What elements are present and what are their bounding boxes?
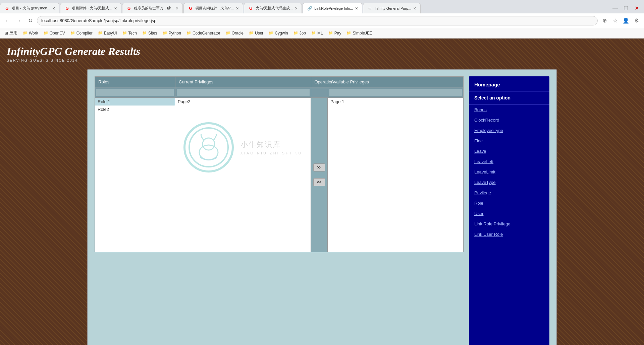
sidebar-item-leave[interactable]: Leave: [469, 146, 549, 156]
list-item[interactable]: Page2: [175, 98, 311, 106]
forward-button[interactable]: →: [14, 16, 23, 25]
tab-1[interactable]: G 项目 - 火鸟 (jerryshen... ×: [0, 3, 59, 13]
sidebar-item-leavelimit[interactable]: LeaveLimit: [469, 167, 549, 177]
operation-panel: >> <<: [311, 98, 328, 252]
bookmark-python-label: Python: [169, 31, 181, 36]
tab-6-label: LinkRolePrivilege Info...: [314, 6, 353, 10]
page-background: InfinityGPG Generate Results SERVING GUE…: [0, 39, 644, 345]
bookmark-compiler[interactable]: 📁 Compiler: [68, 30, 95, 36]
list-item[interactable]: Role2: [95, 106, 175, 113]
maximize-btn[interactable]: ☐: [621, 3, 631, 13]
tab-3-close[interactable]: ×: [176, 6, 178, 11]
sidebar-item-leavetype[interactable]: LeaveType: [469, 177, 549, 188]
sidebar-item-linkroleprivilege[interactable]: Link Role Privilege: [469, 219, 549, 229]
address-bar[interactable]: [37, 16, 598, 25]
tab-6-favicon: 🔗: [307, 6, 312, 11]
bookmark-easyui[interactable]: 📁 EasyUI: [96, 30, 119, 36]
bookmark-job[interactable]: 📁 Job: [291, 30, 308, 36]
folder-icon-cygwin: 📁: [269, 31, 273, 35]
list-item[interactable]: Page 1: [328, 98, 463, 106]
account-icon[interactable]: 👤: [621, 16, 631, 25]
current-privileges-list[interactable]: Page2: [175, 98, 311, 252]
sidebar-item-linkuserrole[interactable]: Link User Role: [469, 229, 549, 239]
tab-7[interactable]: ∞ Infinity General Purp... ×: [363, 3, 421, 13]
tab-4[interactable]: G 项目访问统计 · 火鸟/7... ×: [183, 3, 243, 13]
available-privileges-panel: Page 1: [328, 98, 464, 252]
bookmark-codegen[interactable]: 📁 CodeGenerator: [184, 30, 222, 36]
watermark-chinese-text: 小牛知识库: [240, 140, 303, 150]
right-sidebar: Homepage Select an option Bonus ClockRec…: [469, 76, 549, 345]
bookmark-pay[interactable]: 📁 Pay: [326, 30, 343, 36]
current-privileges-panel: Page2: [175, 98, 311, 252]
panels-row: Role 1 Role2 Page2: [95, 98, 464, 252]
sidebar-item-employeetype[interactable]: EmployeeType: [469, 125, 549, 136]
browser-controls: ← → ↻ ⊕ ☆ 👤 ⚙: [0, 13, 644, 28]
bookmark-sites[interactable]: 📁 Sites: [140, 30, 159, 36]
bookmark-tech-label: Tech: [128, 31, 137, 36]
sidebar-item-leaveleft[interactable]: LeaveLeft: [469, 156, 549, 167]
available-privileges-list[interactable]: Page 1: [328, 98, 463, 252]
available-privileges-header: Available Privileges: [328, 77, 464, 87]
bookmarks-bar: ⊞ 应用 📁 Work 📁 OpenCV 📁 Compiler 📁 EasyUI…: [0, 28, 644, 38]
tab-3-favicon: G: [126, 6, 132, 11]
bookmark-tech[interactable]: 📁 Tech: [120, 30, 139, 36]
minimize-btn[interactable]: —: [610, 3, 620, 13]
bookmark-python[interactable]: 📁 Python: [161, 30, 183, 36]
sidebar-item-privilege[interactable]: Privilege: [469, 188, 549, 198]
sidebar-item-user[interactable]: User: [469, 208, 549, 219]
bookmark-job-label: Job: [300, 31, 306, 36]
roles-header: Roles: [95, 77, 175, 87]
add-privilege-button[interactable]: >>: [313, 163, 325, 171]
remove-privilege-button[interactable]: <<: [313, 178, 325, 186]
close-btn[interactable]: ✕: [632, 3, 641, 13]
bookmark-cygwin[interactable]: 📁 Cygwin: [267, 30, 290, 36]
folder-icon-codegen: 📁: [186, 31, 191, 35]
bookmark-oracle-label: Oracle: [232, 31, 244, 36]
tab-7-close[interactable]: ×: [413, 6, 416, 11]
tab-5-close[interactable]: ×: [295, 6, 298, 11]
sidebar-homepage-link[interactable]: Homepage: [469, 76, 549, 92]
page-header: InfinityGPG Generate Results SERVING GUE…: [7, 45, 637, 62]
watermark-circle: [183, 122, 234, 172]
extension-icon[interactable]: ⚙: [632, 16, 641, 25]
folder-icon-job: 📁: [293, 31, 298, 35]
bookmark-icon[interactable]: ☆: [610, 16, 620, 25]
roles-list[interactable]: Role 1 Role2: [95, 98, 175, 252]
list-item[interactable]: Role 1: [95, 98, 175, 106]
bookmark-work-label: Work: [29, 31, 38, 36]
bookmark-opencv[interactable]: 📁 OpenCV: [42, 30, 67, 36]
available-priv-filter[interactable]: [329, 89, 462, 96]
bookmark-simplejee[interactable]: 📁 SimpleJEE: [344, 30, 374, 36]
bookmark-user[interactable]: 📁 User: [247, 30, 265, 36]
sidebar-select-option: Select an option: [469, 92, 549, 105]
tab-6[interactable]: 🔗 LinkRolePrivilege Info... ×: [303, 3, 362, 13]
roles-filter[interactable]: [96, 89, 174, 96]
page-subtitle: SERVING GUESTS SINCE 2014: [7, 58, 637, 62]
tab-1-close[interactable]: ×: [52, 6, 55, 11]
sidebar-item-role[interactable]: Role: [469, 198, 549, 208]
tab-4-close[interactable]: ×: [236, 6, 239, 11]
current-priv-filter[interactable]: [177, 89, 310, 96]
bookmark-oracle[interactable]: 📁 Oracle: [224, 30, 246, 36]
translate-icon[interactable]: ⊕: [600, 16, 609, 25]
bookmark-apps[interactable]: ⊞ 应用: [3, 29, 19, 37]
tab-5-label: 火鸟/无框式代码生成...: [256, 6, 293, 11]
tab-5[interactable]: G 火鸟/无框式代码生成... ×: [244, 3, 302, 13]
sidebar-item-bonus[interactable]: Bonus: [469, 105, 549, 115]
sidebar-item-clockrecord[interactable]: ClockRecord: [469, 115, 549, 125]
tab-6-close[interactable]: ×: [355, 6, 358, 11]
sidebar-item-fine[interactable]: Fine: [469, 136, 549, 146]
back-button[interactable]: ←: [3, 16, 12, 25]
bookmark-easyui-label: EasyUI: [104, 31, 117, 36]
tab-3[interactable]: G 程序员的瑞士军刀，纱... ×: [122, 3, 183, 13]
browser-chrome: G 项目 - 火鸟 (jerryshen... × G 项目附件 · 火鸟/无框…: [0, 0, 644, 39]
tab-4-label: 项目访问统计 · 火鸟/7...: [195, 6, 234, 11]
watermark-pinyin-text: XIAO NIU ZHI SHI KU: [240, 151, 303, 155]
tab-2[interactable]: G 项目附件 · 火鸟/无框式... ×: [60, 3, 121, 13]
bookmark-work[interactable]: 📁 Work: [21, 30, 40, 36]
bookmark-ml[interactable]: 📁 ML: [309, 30, 325, 36]
refresh-button[interactable]: ↻: [25, 16, 35, 25]
operation-header: Operation: [311, 77, 328, 87]
tab-7-label: Infinity General Purp...: [375, 6, 411, 10]
tab-2-close[interactable]: ×: [114, 6, 117, 11]
